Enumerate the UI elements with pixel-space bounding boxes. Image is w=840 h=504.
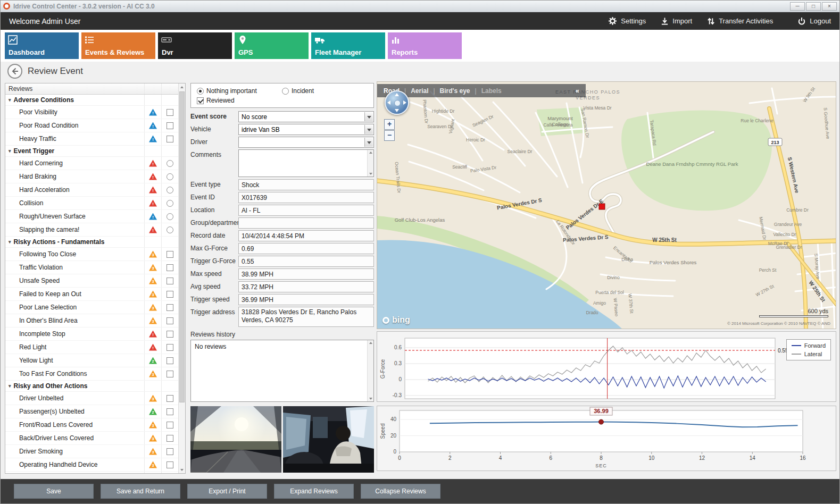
review-item-checkbox[interactable] (167, 136, 173, 142)
transfer-activities-button[interactable]: Transfer Activities (707, 17, 773, 26)
reviews-history-box[interactable]: No reviews (190, 340, 374, 402)
review-item-checkbox[interactable] (167, 251, 173, 258)
review-item-checkbox[interactable] (167, 357, 173, 364)
review-item-checkbox[interactable] (167, 122, 173, 129)
close-button[interactable]: × (822, 2, 837, 11)
vehicle-select[interactable]: idrive Van SB (238, 124, 374, 135)
event-score-select[interactable]: No score (238, 111, 374, 122)
review-item-radio[interactable] (167, 213, 173, 220)
export-print-button[interactable]: Export / Print (187, 484, 267, 499)
review-group-row[interactable]: ▾Risky and Other Actions (5, 381, 178, 392)
collapse-reviews-button[interactable]: Collapse Reviews (361, 484, 440, 499)
review-item-checkbox[interactable] (167, 264, 173, 271)
collapse-group-icon[interactable]: ▾ (9, 383, 11, 389)
window-title: Idrive Control Center - 3.0.2 version - … (13, 3, 155, 10)
scrollbar[interactable] (367, 340, 373, 401)
comments-textarea[interactable] (238, 149, 374, 177)
review-item-radio[interactable] (167, 160, 173, 167)
tree-cell (161, 367, 178, 380)
pan-down-icon[interactable] (395, 109, 399, 112)
collapse-bar-icon[interactable]: « (576, 87, 579, 95)
severity-red-triangle-icon: ! (149, 331, 157, 338)
dashboard-chart-icon (8, 35, 18, 47)
review-item-checkbox[interactable] (167, 344, 173, 351)
tab-fleet-manager[interactable]: Fleet Manager (311, 32, 385, 59)
collapse-group-icon[interactable]: ▾ (9, 97, 11, 103)
reviewed-option[interactable]: Reviewed (197, 97, 235, 104)
pan-right-icon[interactable] (403, 100, 406, 105)
collapse-group-icon[interactable]: ▾ (9, 148, 11, 154)
tab-dashboard[interactable]: Dashboard (5, 32, 79, 59)
driver-camera-thumbnail[interactable] (283, 406, 374, 473)
minimize-button[interactable]: ─ (790, 2, 805, 11)
reviews-scrollbar[interactable] (178, 83, 185, 473)
max-speed-label: Max speed (190, 268, 238, 280)
zoom-in-button[interactable]: + (384, 119, 395, 130)
maximize-button[interactable]: □ (806, 2, 821, 11)
import-button[interactable]: Import (661, 17, 692, 26)
review-item-checkbox[interactable] (167, 278, 173, 284)
tree-cell (161, 458, 178, 471)
review-item-radio[interactable] (167, 187, 173, 194)
save-button[interactable]: Save (14, 484, 94, 499)
incident-option[interactable]: Incident (282, 87, 314, 95)
review-item-checkbox[interactable] (167, 435, 173, 442)
settings-button[interactable]: Settings (608, 16, 646, 26)
driver-select[interactable] (238, 137, 374, 148)
tab-reports[interactable]: Reports (388, 32, 462, 59)
review-item-radio[interactable] (167, 200, 173, 207)
review-item-checkbox[interactable] (167, 371, 173, 377)
incident-radio[interactable] (282, 88, 289, 95)
trigger-speed-marker[interactable] (599, 419, 604, 424)
review-item-radio[interactable] (167, 226, 173, 233)
pan-left-icon[interactable] (387, 100, 390, 105)
nothing-important-radio[interactable] (197, 88, 204, 95)
front-camera-thumbnail[interactable] (190, 406, 281, 473)
review-item-checkbox[interactable] (167, 422, 173, 429)
collapse-group-icon[interactable]: ▾ (9, 239, 11, 245)
review-item-checkbox[interactable] (167, 395, 173, 402)
review-item-checkbox[interactable] (167, 408, 173, 415)
map-view-aerial[interactable]: Aerial (411, 87, 428, 95)
save-and-return-button[interactable]: Save and Return (101, 484, 180, 499)
tree-cell (161, 392, 178, 405)
scrollbar[interactable] (367, 150, 373, 177)
scrollbar-thumb[interactable] (179, 91, 185, 402)
review-group-row[interactable]: ▾Event Trigger (5, 146, 178, 157)
scroll-up-icon[interactable] (179, 83, 185, 90)
review-item-checkbox[interactable] (167, 448, 173, 455)
reviewed-checkbox[interactable] (197, 97, 204, 104)
driver-label: Driver (190, 137, 238, 148)
map-compass-control[interactable] (385, 90, 409, 115)
speed-tooltip-value: 36.99 (594, 408, 609, 414)
map-view-bird-s-eye[interactable]: Bird's eye (440, 87, 470, 95)
logout-button[interactable]: Logout (797, 17, 831, 26)
expand-reviews-button[interactable]: Expand Reviews (274, 484, 354, 499)
map-panel[interactable]: EAST RANCHO PALOSVERDESMarymountCollegeD… (377, 81, 836, 329)
nothing-important-option[interactable]: Nothing important (197, 87, 282, 95)
trigger-speed-field: 36.99 MPH (238, 294, 374, 305)
review-group-row[interactable]: ▾Risky Actions - Fundamentals (5, 237, 178, 248)
map-canvas[interactable]: EAST RANCHO PALOSVERDESMarymountCollegeD… (377, 82, 836, 329)
map-view-labels[interactable]: Labels (481, 87, 502, 95)
comments-label: Comments (190, 149, 238, 177)
severity-orange-triangle-icon: 3 (149, 395, 157, 402)
review-item-checkbox[interactable] (167, 304, 173, 311)
tab-gps[interactable]: GPS (235, 32, 309, 59)
import-icon (661, 17, 669, 26)
pan-up-icon[interactable] (395, 93, 399, 96)
tab-dvr[interactable]: Dvr (158, 32, 232, 59)
map-label: W 27th St (755, 283, 775, 298)
review-item-checkbox[interactable] (167, 291, 173, 298)
review-item-radio[interactable] (167, 173, 173, 180)
review-item-checkbox[interactable] (167, 461, 173, 468)
review-group-row[interactable]: ▾Adverse Conditions (5, 95, 178, 106)
tab-events-reviews[interactable]: Events & Reviews (81, 32, 155, 59)
review-item-checkbox[interactable] (167, 109, 173, 116)
back-button[interactable] (7, 64, 22, 79)
zoom-out-button[interactable]: − (384, 130, 395, 141)
review-item-checkbox[interactable] (167, 331, 173, 338)
scroll-down-icon[interactable] (179, 466, 185, 473)
severity-red-triangle-icon: ! (149, 344, 157, 351)
review-item-checkbox[interactable] (167, 317, 173, 324)
